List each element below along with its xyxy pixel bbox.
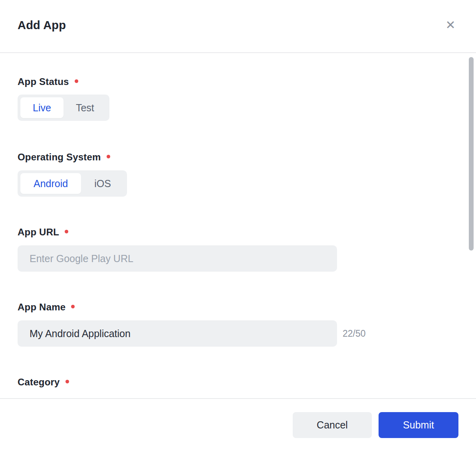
app-url-label-text: App URL (18, 226, 59, 238)
modal-title: Add App (18, 18, 66, 33)
footer-divider (0, 398, 476, 399)
required-dot (65, 380, 69, 383)
app-url-label: App URL (18, 226, 68, 238)
cancel-button[interactable]: Cancel (293, 412, 372, 438)
os-option-ios[interactable]: iOS (81, 173, 124, 194)
operating-system-label: Operating System (18, 151, 110, 163)
close-button[interactable]: ✕ (442, 16, 459, 34)
app-status-label-text: App Status (18, 76, 69, 88)
close-icon: ✕ (445, 19, 455, 31)
app-status-toggle: Live Test (18, 95, 109, 121)
app-name-label: App Name (18, 301, 75, 313)
submit-button[interactable]: Submit (379, 412, 458, 438)
required-dot (107, 155, 110, 158)
app-status-option-test[interactable]: Test (63, 97, 107, 118)
required-dot (75, 79, 78, 83)
app-name-input[interactable] (18, 320, 337, 347)
scrollbar-thumb[interactable] (469, 57, 474, 251)
header-divider (0, 52, 476, 53)
app-name-label-text: App Name (18, 301, 65, 313)
operating-system-toggle: Android iOS (18, 170, 127, 197)
os-option-android[interactable]: Android (20, 173, 81, 194)
app-status-option-live[interactable]: Live (20, 97, 63, 118)
char-counter: 22/50 (343, 320, 366, 347)
add-app-modal: Add App ✕ App Status Live Test Operating… (0, 0, 476, 450)
category-label-text: Category (18, 376, 60, 388)
category-label: Category (18, 376, 69, 388)
app-status-label: App Status (18, 76, 78, 88)
required-dot (71, 305, 75, 308)
app-url-input[interactable] (18, 245, 337, 272)
operating-system-label-text: Operating System (18, 151, 101, 163)
required-dot (65, 230, 68, 233)
